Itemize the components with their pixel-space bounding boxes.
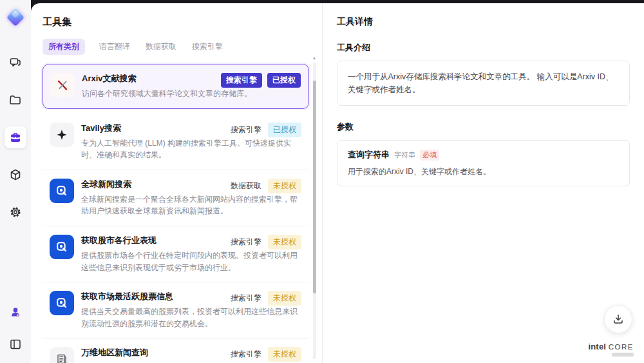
auth-status-badge: 已授权 <box>267 73 301 88</box>
tool-card-3[interactable]: 获取股市各行业表现 提供股票市场各个行业在特定时间段内的表现。投资者可以利用这些… <box>43 226 309 282</box>
auth-status-badge: 未授权 <box>268 347 301 362</box>
tool-description: 访问各个研究领域大量科学论文和文章的存储库。 <box>82 88 301 100</box>
tool-card-5[interactable]: 万维地区新闻查询 查询具体行政区划内的新闻，快速了解各地新闻动态 搜索引擎 未授… <box>43 338 309 363</box>
params-heading: 参数 <box>337 121 630 133</box>
tool-list: Arxiv文献搜索 访问各个研究领域大量科学论文和文章的存储库。 搜索引擎 已授… <box>43 64 309 363</box>
main-surface: 工具集 所有类别语言翻译数据获取搜索引擎 Arxiv文献搜索 访问各个研究领域大… <box>31 3 644 363</box>
tool-description: 全球新闻搜索是一个聚合全球各大新闻网站内容的搜索引擎，帮助用户快速获取全球最新资… <box>81 193 300 217</box>
intro-heading: 工具介绍 <box>337 42 630 54</box>
category-badge: 搜索引擎 <box>231 349 261 360</box>
list-scrollbar[interactable]: ▲ <box>312 57 317 359</box>
app-window: 工具集 所有类别语言翻译数据获取搜索引擎 Arxiv文献搜索 访问各个研究领域大… <box>0 0 644 363</box>
intel-logo-sub-mark <box>612 353 634 357</box>
auth-status-badge: 未授权 <box>268 235 301 250</box>
page-title: 工具集 <box>43 16 322 28</box>
tool-description: 提供当天交易量最高的股票列表，投资者可以利用这些信息来识别流动性强的股票和潜在的… <box>81 306 300 329</box>
download-button[interactable] <box>604 305 632 333</box>
tool-card-1[interactable]: Tavily搜索 专为人工智能代理 (LLM) 构建的搜索引擎工具。可快速提供实… <box>43 114 309 170</box>
tab-2[interactable]: 数据获取 <box>144 39 178 55</box>
tab-3[interactable]: 搜索引擎 <box>191 39 224 55</box>
news-search-icon <box>55 240 68 253</box>
category-badge: 搜索引擎 <box>231 124 261 135</box>
category-badge: 数据获取 <box>231 181 261 191</box>
auth-status-badge: 已授权 <box>268 123 301 137</box>
newspaper-icon <box>55 353 68 363</box>
auth-status-badge: 未授权 <box>268 291 301 306</box>
parameter-card: 查询字符串 字符串 必填 用于搜索的Arxiv ID、关键字或作者姓名。 <box>337 140 630 186</box>
scrollbar-thumb[interactable] <box>313 81 316 293</box>
tool-card-0[interactable]: Arxiv文献搜索 访问各个研究领域大量科学论文和文章的存储库。 搜索引擎 已授… <box>43 64 309 109</box>
tool-card-4[interactable]: 获取市场最活跃股票信息 提供当天交易量最高的股票列表，投资者可以利用这些信息来识… <box>43 282 309 338</box>
chat-icon[interactable] <box>5 52 26 74</box>
news-search-icon <box>55 184 68 197</box>
tool-list-pane: 工具集 所有类别语言翻译数据获取搜索引擎 Arxiv文献搜索 访问各个研究领域大… <box>31 3 322 363</box>
arxiv-icon <box>56 79 69 92</box>
category-tabs: 所有类别语言翻译数据获取搜索引擎 <box>43 39 322 55</box>
tab-0[interactable]: 所有类别 <box>43 39 85 55</box>
tool-description: 提供股票市场各个行业在特定时间段内的表现。投资者可以利用这些信息来识别表现优于或… <box>81 250 300 273</box>
user-avatar-icon[interactable] <box>5 301 26 323</box>
left-rail <box>0 0 31 363</box>
sparkle-icon <box>56 129 68 141</box>
parameter-description: 用于搜索的Arxiv ID、关键字或作者姓名。 <box>348 166 619 177</box>
category-badge: 搜索引擎 <box>231 293 261 304</box>
scroll-up-icon[interactable]: ▲ <box>312 56 317 60</box>
folder-icon[interactable] <box>5 89 26 111</box>
parameter-name: 查询字符串 <box>348 149 390 161</box>
required-badge: 必填 <box>420 150 439 161</box>
auth-status-badge: 未授权 <box>268 179 301 193</box>
cube-icon[interactable] <box>5 164 26 186</box>
parameter-type: 字符串 <box>394 150 415 160</box>
tool-card-2[interactable]: 全球新闻搜索 全球新闻搜索是一个聚合全球各大新闻网站内容的搜索引擎，帮助用户快速… <box>43 170 309 226</box>
details-title: 工具详情 <box>337 16 630 28</box>
category-badge: 搜索引擎 <box>231 237 261 248</box>
collapse-panel-icon[interactable] <box>5 333 26 355</box>
tool-details-pane: 工具详情 工具介绍 一个用于从Arxiv存储库搜索科学论文和文章的工具。 输入可… <box>322 3 644 363</box>
toolbox-icon[interactable] <box>5 126 26 148</box>
download-icon <box>612 313 625 326</box>
app-logo-icon[interactable] <box>5 6 26 28</box>
gear-icon[interactable] <box>5 201 26 223</box>
intel-core-logo: intel core <box>588 342 634 357</box>
category-badge: 搜索引擎 <box>221 73 262 88</box>
tab-1[interactable]: 语言翻译 <box>98 39 131 55</box>
intro-text-box: 一个用于从Arxiv存储库搜索科学论文和文章的工具。 输入可以是Arxiv ID… <box>337 61 630 106</box>
news-search-icon <box>55 297 68 309</box>
tool-description: 专为人工智能代理 (LLM) 构建的搜索引擎工具。可快速提供实时、准确和真实的结… <box>81 137 300 161</box>
